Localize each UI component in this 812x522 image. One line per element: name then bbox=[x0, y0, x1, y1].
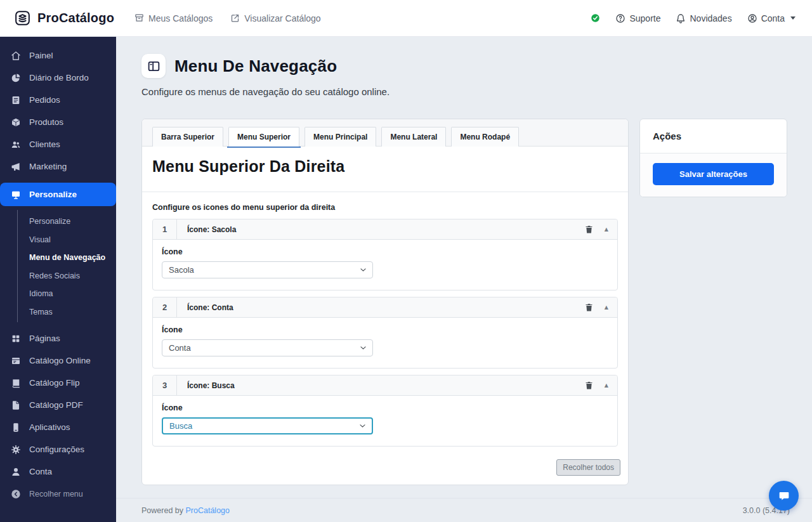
megaphone-icon bbox=[11, 162, 21, 172]
page-title: Menu De Navegação bbox=[174, 56, 337, 76]
account-label: Conta bbox=[761, 13, 785, 23]
chat-bubble-button[interactable] bbox=[769, 481, 799, 511]
item-number: 1 bbox=[153, 219, 177, 239]
sidebar-item-catalogo-online[interactable]: Catálogo Online bbox=[0, 349, 116, 372]
collapse-menu-button[interactable]: Recolher menu bbox=[0, 483, 116, 505]
actions-title: Ações bbox=[640, 119, 787, 153]
catalogs-icon bbox=[134, 13, 144, 23]
sidebar-item-paginas[interactable]: Páginas bbox=[0, 327, 116, 349]
submenu-item-redes-sociais[interactable]: Redes Sociais bbox=[29, 267, 116, 285]
icon-field-label: Ícone bbox=[162, 325, 608, 334]
sidebar-item-catalogo-pdf[interactable]: Catálogo PDF bbox=[0, 394, 116, 416]
submenu-item-label: Temas bbox=[29, 308, 53, 316]
sidebar-item-diario-de-bordo[interactable]: Diário de Bordo bbox=[0, 67, 116, 89]
section-heading: Menu Superior Da Direita bbox=[142, 147, 628, 192]
bell-icon bbox=[676, 13, 686, 23]
save-changes-button[interactable]: Salvar alterações bbox=[653, 163, 774, 185]
submenu-item-label: Menu de Navegação bbox=[29, 253, 105, 262]
tab-barra-superior[interactable]: Barra Superior bbox=[152, 127, 223, 147]
sidebar-item-label: Catálogo Online bbox=[29, 356, 91, 365]
trash-icon[interactable] bbox=[584, 303, 594, 312]
support-label: Suporte bbox=[629, 13, 660, 23]
collapse-caret-icon[interactable]: ▲ bbox=[605, 304, 608, 310]
sidebar-item-label: Diário de Bordo bbox=[29, 73, 89, 82]
header-right: Suporte Novidades Conta bbox=[591, 13, 812, 23]
news-label: Novidades bbox=[690, 13, 731, 23]
select-value: Sacola bbox=[169, 265, 194, 275]
chevron-down-icon bbox=[359, 266, 367, 274]
collapse-caret-icon[interactable]: ▲ bbox=[605, 382, 608, 388]
nav-label: Meus Catálogos bbox=[148, 13, 213, 23]
brand[interactable]: ProCatálogo bbox=[0, 10, 114, 27]
sidebar-item-painel[interactable]: Painel bbox=[0, 44, 116, 67]
item-title: Ícone: Conta bbox=[177, 303, 584, 312]
external-link-icon bbox=[230, 13, 240, 23]
submenu-item-temas[interactable]: Temas bbox=[29, 303, 116, 322]
sidebar-item-catalogo-flip[interactable]: Catálogo Flip bbox=[0, 372, 116, 394]
nav-label: Visualizar Catálogo bbox=[244, 13, 320, 23]
news-button[interactable]: Novidades bbox=[676, 13, 731, 23]
sidebar-item-label: Painel bbox=[29, 51, 53, 60]
sidebar-item-clientes[interactable]: Clientes bbox=[0, 133, 116, 155]
sidebar: Painel Diário de Bordo Pedidos Produtos … bbox=[0, 37, 116, 522]
submenu-item-menu-de-navegacao[interactable]: Menu de Navegação bbox=[29, 249, 116, 267]
chevron-down-icon bbox=[358, 422, 367, 430]
sidebar-item-pedidos[interactable]: Pedidos bbox=[0, 89, 116, 111]
pdf-icon bbox=[11, 400, 21, 410]
sidebar-item-configuracoes[interactable]: Configurações bbox=[0, 438, 116, 460]
trash-icon[interactable] bbox=[584, 225, 594, 234]
nav-visualizar-catalogo[interactable]: Visualizar Catálogo bbox=[230, 13, 320, 23]
sidebar-item-label: Produtos bbox=[29, 117, 63, 127]
page-subtitle: Configure os menus de navegação do seu c… bbox=[141, 86, 812, 97]
collapse-caret-icon[interactable]: ▲ bbox=[605, 226, 608, 232]
sidebar-item-label: Clientes bbox=[29, 140, 60, 149]
sidebar-item-label: Marketing bbox=[29, 162, 67, 171]
sidebar-item-produtos[interactable]: Produtos bbox=[0, 111, 116, 133]
item-number: 3 bbox=[153, 375, 177, 395]
user-circle-icon bbox=[747, 13, 757, 23]
account-menu-button[interactable]: Conta bbox=[747, 13, 796, 23]
user-icon bbox=[11, 467, 21, 477]
footer: Powered by ProCatálogo 3.0.0 (5.4.17) bbox=[116, 498, 812, 522]
icon-item-header[interactable]: 1 Ícone: Sacola ▲ bbox=[153, 219, 617, 240]
home-icon bbox=[11, 51, 21, 61]
monitor-icon bbox=[11, 190, 21, 200]
submenu-item-visual[interactable]: Visual bbox=[29, 231, 116, 249]
tab-menu-superior[interactable]: Menu Superior bbox=[228, 127, 299, 147]
pie-chart-icon bbox=[11, 73, 21, 83]
trash-icon[interactable] bbox=[584, 381, 594, 390]
orders-icon bbox=[11, 95, 21, 105]
status-ok-icon bbox=[591, 13, 600, 23]
navigation-menu-icon bbox=[147, 60, 160, 73]
sidebar-item-label: Pedidos bbox=[29, 95, 60, 105]
select-value: Conta bbox=[169, 343, 191, 353]
sidebar-item-personalize[interactable]: Personalize bbox=[0, 183, 116, 206]
icon-item-busca: 3 Ícone: Busca ▲ Ícone Busca bbox=[152, 375, 618, 447]
item-title: Ícone: Busca bbox=[177, 381, 584, 390]
icon-item-header[interactable]: 2 Ícone: Conta ▲ bbox=[153, 297, 617, 318]
support-button[interactable]: Suporte bbox=[615, 13, 660, 23]
submenu-item-label: Visual bbox=[29, 235, 51, 244]
icon-select-busca[interactable]: Busca bbox=[162, 417, 373, 434]
nav-meus-catalogos[interactable]: Meus Catálogos bbox=[134, 13, 213, 23]
brand-name: ProCatálogo bbox=[37, 11, 114, 25]
icon-item-header[interactable]: 3 Ícone: Busca ▲ bbox=[153, 375, 617, 396]
icon-select-sacola[interactable]: Sacola bbox=[162, 261, 373, 278]
powered-by-link[interactable]: ProCatálogo bbox=[186, 506, 230, 515]
sidebar-item-conta[interactable]: Conta bbox=[0, 460, 116, 483]
icon-select-conta[interactable]: Conta bbox=[162, 339, 373, 356]
brand-logo-icon bbox=[14, 10, 31, 27]
collapse-all-button[interactable]: Recolher todos bbox=[556, 459, 620, 476]
tab-menu-principal[interactable]: Menu Principal bbox=[304, 127, 376, 147]
chat-icon bbox=[777, 489, 791, 503]
sidebar-item-label: Catálogo Flip bbox=[29, 378, 80, 388]
menu-config-card: Barra Superior Menu Superior Menu Princi… bbox=[141, 119, 629, 485]
submenu-item-personalize[interactable]: Personalize bbox=[29, 212, 116, 231]
tab-menu-lateral[interactable]: Menu Lateral bbox=[381, 127, 446, 147]
tab-menu-rodape[interactable]: Menu Rodapé bbox=[451, 127, 519, 147]
submenu-item-idioma[interactable]: Idioma bbox=[29, 285, 116, 303]
sidebar-item-aplicativos[interactable]: Aplicativos bbox=[0, 416, 116, 438]
sidebar-item-label: Aplicativos bbox=[29, 422, 70, 432]
submenu-item-label: Personalize bbox=[29, 217, 70, 226]
sidebar-item-marketing[interactable]: Marketing bbox=[0, 155, 116, 178]
